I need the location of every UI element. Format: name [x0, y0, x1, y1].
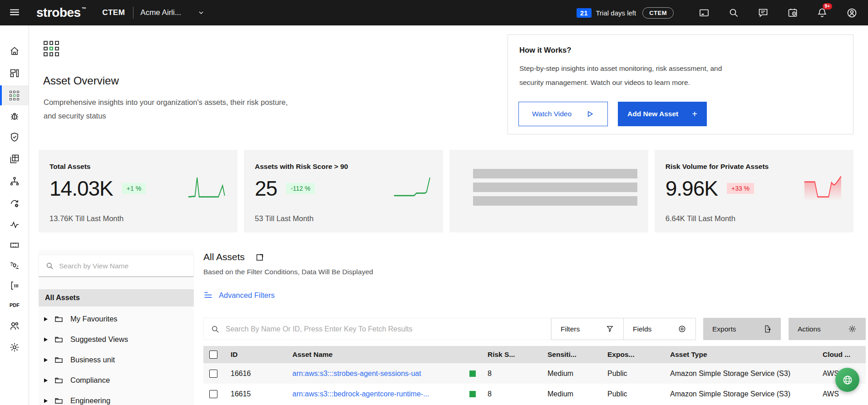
stat-card-total-assets: Total Assets 14.03K +1 % 13.76K Till Las…	[39, 150, 237, 232]
column-header-exposure: Expos...	[600, 346, 663, 363]
asset-search-input[interactable]	[226, 325, 543, 333]
sidebar-item-shield-rotation[interactable]	[0, 256, 29, 276]
column-header-cloud: Cloud ...	[815, 346, 866, 363]
column-header-asset-type: Asset Type	[663, 346, 815, 363]
topbar-icon-group: 9+	[686, 0, 863, 25]
report-icon	[9, 280, 20, 291]
caret-right-icon[interactable]	[44, 337, 48, 342]
stat-card-risk-score: Assets with Risk Score > 90 25 -112 % 53…	[244, 150, 443, 232]
sidebar-item-vulnerabilities[interactable]	[0, 106, 29, 126]
sidebar-item-pdf-reports[interactable]: PDF	[0, 295, 29, 315]
sidebar-item-tickets[interactable]	[0, 235, 29, 255]
stat-delta-badge: +1 %	[122, 183, 146, 194]
sidebar-item-home[interactable]	[0, 41, 29, 61]
activity-pulse-icon	[9, 219, 20, 230]
stat-value: 25	[255, 176, 277, 201]
sidebar-item-compliance-shield[interactable]	[0, 127, 29, 147]
view-search-input[interactable]	[59, 262, 187, 270]
caret-right-icon[interactable]	[44, 398, 48, 404]
assets-grid-icon	[10, 91, 19, 100]
advanced-filters-link[interactable]: Advanced Filters	[203, 291, 275, 300]
video-tutorials-icon[interactable]	[782, 0, 804, 25]
sidebar-item-hierarchy[interactable]	[0, 171, 29, 191]
stat-delta-badge: -112 %	[286, 183, 315, 194]
asset-name-link[interactable]: arn:aws:s3:::strobes-agent-sessions-uat	[292, 370, 421, 378]
view-folder-business-unit[interactable]: Business unit	[39, 350, 194, 370]
topbar-divider	[133, 7, 133, 19]
folder-icon	[54, 314, 64, 324]
table-header-row: ID Asset Name Risk S... Sensiti... Expos…	[203, 346, 866, 363]
topbar-right: 21 Trial days left CTEM 9+	[577, 0, 868, 25]
exports-label: Exports	[712, 325, 736, 333]
view-search-box	[39, 255, 194, 277]
stat-cards-row: Total Assets 14.03K +1 % 13.76K Till Las…	[39, 150, 853, 232]
sidebar-item-assets[interactable]	[0, 85, 29, 105]
play-icon	[585, 109, 594, 119]
fields-label: Fields	[633, 325, 651, 333]
folder-icon	[54, 355, 64, 365]
advanced-filters-icon	[203, 291, 213, 300]
brand-trademark: ™	[82, 6, 86, 11]
table-row: 16616 arn:aws:s3:::strobes-agent-session…	[203, 363, 866, 384]
actions-button[interactable]: Actions	[789, 318, 866, 340]
select-all-checkbox[interactable]	[209, 351, 217, 359]
view-icon	[678, 325, 686, 333]
cell-exposure: Public	[600, 363, 663, 384]
topbar-left: strobes™ CTEM Acme Airli...	[0, 0, 205, 25]
menu-icon[interactable]	[4, 0, 25, 25]
row-checkbox[interactable]	[209, 370, 217, 378]
view-folder-compliance[interactable]: Compliance	[39, 370, 194, 390]
view-folder-my-favourites[interactable]: My Favourites	[39, 309, 194, 329]
exports-button[interactable]: Exports	[703, 318, 781, 340]
org-selector[interactable]: Acme Airli...	[140, 8, 205, 17]
how-it-works-body-line2: security management. Watch our videos to…	[519, 75, 722, 89]
plan-badge[interactable]: CTEM	[642, 7, 674, 19]
search-icon[interactable]	[723, 0, 745, 25]
main-content: Asset Overview Comprehensive insights in…	[29, 25, 868, 405]
stat-delta-badge: +33 %	[727, 183, 754, 194]
view-folder-engineering[interactable]: Engineering	[39, 390, 194, 405]
sidebar-item-reports[interactable]	[0, 276, 29, 296]
sidebar-item-dashboards[interactable]	[0, 63, 29, 83]
fields-button[interactable]: Fields	[623, 318, 695, 340]
filters-button[interactable]: Filters	[552, 318, 623, 340]
risk-status-indicator	[469, 370, 476, 377]
maximize-icon[interactable]	[255, 253, 264, 262]
chat-icon[interactable]	[752, 0, 774, 25]
shield-sync-icon	[9, 260, 20, 271]
assets-table: ID Asset Name Risk S... Sensiti... Expos…	[203, 346, 866, 404]
global-fab-button[interactable]	[835, 368, 859, 392]
search-icon	[211, 325, 220, 334]
asset-name-link[interactable]: arn:aws:s3:::bedrock-agentcore-runtime-.…	[292, 390, 429, 398]
views-panel: All Assets My Favourites Suggested Views…	[39, 250, 194, 405]
sidebar-item-scans[interactable]	[0, 149, 29, 169]
sidebar-item-activity[interactable]	[0, 215, 29, 235]
column-header-asset-name: Asset Name	[285, 346, 480, 363]
ticket-icon	[9, 240, 20, 251]
view-folder-list: My Favourites Suggested Views Business u…	[39, 309, 194, 405]
caret-right-icon[interactable]	[44, 316, 48, 322]
sidebar-item-users[interactable]	[0, 316, 29, 336]
watch-video-button[interactable]: Watch Video	[518, 102, 608, 126]
cell-risk-score: 8	[480, 363, 540, 384]
view-folder-suggested-views[interactable]: Suggested Views	[39, 329, 194, 350]
cell-asset-type: Amazon Simple Storage Service (S3)	[663, 384, 815, 404]
assets-section-title: All Assets	[203, 252, 245, 262]
stat-title: Risk Volume for Private Assets	[666, 163, 769, 171]
row-checkbox[interactable]	[209, 390, 217, 398]
sparkline-green	[393, 174, 435, 201]
notifications-bell-icon[interactable]: 9+	[811, 0, 833, 25]
caret-right-icon[interactable]	[44, 378, 48, 383]
view-item-all-assets-selected[interactable]: All Assets	[39, 289, 194, 306]
billing-icon[interactable]	[693, 0, 715, 25]
caret-right-icon[interactable]	[44, 357, 48, 363]
add-new-asset-button[interactable]: Add New Asset +	[618, 102, 707, 126]
skeleton-bar	[473, 183, 637, 192]
stat-caption: 6.64K Till Last Month	[666, 214, 735, 223]
sidebar-item-settings[interactable]	[0, 337, 29, 357]
sidebar-item-automation[interactable]	[0, 193, 29, 213]
chevron-down-icon	[197, 9, 205, 16]
account-icon[interactable]	[841, 0, 863, 25]
cell-sensitivity: Medium	[540, 363, 600, 384]
home-icon	[9, 45, 20, 56]
